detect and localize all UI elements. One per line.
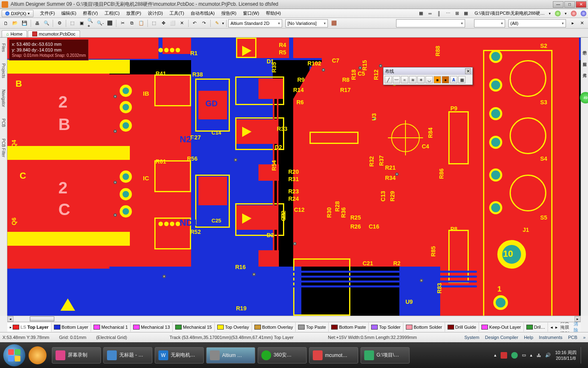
route-via-tool[interactable]: ● xyxy=(442,76,449,83)
tray-volume-icon[interactable]: 🔊 xyxy=(545,352,551,358)
zoom-in-button[interactable]: 🔍+ xyxy=(87,20,95,27)
statuslink-system[interactable]: System xyxy=(464,335,479,340)
filter-combo-2[interactable] xyxy=(474,19,505,27)
task-altium[interactable]: Altium … xyxy=(206,347,255,364)
maximize-button[interactable]: □ xyxy=(564,1,575,8)
menu-autoroute[interactable]: 自动布线(A) xyxy=(187,10,218,16)
zoom-out-button[interactable]: 🔍- xyxy=(96,20,105,27)
layer-mech13[interactable]: Mechanical 13 xyxy=(131,323,173,332)
route-text-tool[interactable]: A xyxy=(450,76,457,83)
layer-botpaste[interactable]: Bottom Paste xyxy=(329,323,369,332)
status-ball-2[interactable] xyxy=(571,11,577,16)
new-button[interactable]: 🗋 xyxy=(2,20,10,27)
righttab-libraries[interactable]: 元件库 xyxy=(581,69,588,72)
statuslink-help[interactable]: Help xyxy=(524,335,533,340)
layer-drillguide[interactable]: Drill Guide xyxy=(445,323,479,332)
menu-project[interactable]: 工程(C) xyxy=(101,10,123,16)
menu-view[interactable]: 察看(V) xyxy=(80,10,101,16)
cut-button[interactable]: ✂ xyxy=(119,20,127,27)
select-button[interactable]: ⬚ xyxy=(150,20,158,27)
route-component-tool[interactable]: ▦ xyxy=(458,76,466,83)
route-fanout-tool[interactable]: ✳ xyxy=(417,76,425,83)
menu-design[interactable]: 设计(D) xyxy=(145,10,166,16)
filter-clear[interactable]: ✕ xyxy=(578,20,586,27)
paste-button[interactable]: 📋 xyxy=(137,20,145,27)
menu-file[interactable]: 文件(F) xyxy=(37,10,58,16)
tab-document[interactable]: mcumotor.PcbDoc xyxy=(28,30,80,37)
menu-place[interactable]: 放置(P) xyxy=(123,10,145,16)
preview-button[interactable]: 🔍 xyxy=(43,20,51,27)
clear-button[interactable]: ✕ xyxy=(178,20,186,27)
lefttab-navigator[interactable]: Navigator xyxy=(1,88,6,109)
highlight-button[interactable]: ✎ xyxy=(213,20,221,27)
align-v-tool[interactable]: ║ xyxy=(435,10,443,17)
zoom-area-button[interactable]: ⬚ xyxy=(69,20,76,27)
view-mode-combo[interactable]: Altium Standard 2D xyxy=(228,19,282,27)
tray-app1-icon[interactable] xyxy=(501,352,507,359)
hscroll-left[interactable]: ◂ xyxy=(7,316,13,322)
lefttab-pcbfilter[interactable]: PCB Filter xyxy=(1,137,6,159)
tray-network-icon[interactable]: 🖧 xyxy=(537,353,541,358)
save-button[interactable]: 💾 xyxy=(20,20,28,27)
zoom-fit-button[interactable]: ▣ xyxy=(78,20,85,27)
redo-button[interactable]: ↷ xyxy=(200,20,208,27)
status-ball-3[interactable] xyxy=(581,11,586,16)
route-diff-tool[interactable]: ≈ xyxy=(401,76,408,83)
canvas-hscroll[interactable]: ◂ ▸ xyxy=(7,316,581,322)
spacing-tool[interactable]: ⊞ xyxy=(453,10,461,17)
copy-button[interactable]: ⧉ xyxy=(128,20,136,27)
route-multi-tool[interactable]: ≋ xyxy=(409,76,416,83)
tray-flag-icon[interactable]: ▴ xyxy=(530,352,532,358)
statuslink-designcompiler[interactable]: Design Compiler xyxy=(485,335,518,340)
menu-window[interactable]: 窗口(W) xyxy=(240,10,263,16)
close-button[interactable]: ✕ xyxy=(576,1,586,8)
tab-home[interactable]: ⌂Home xyxy=(2,30,27,37)
zoom-sel-button[interactable]: ⬛ xyxy=(106,20,114,27)
tray-clock[interactable]: 10:16 周四 2018/11/8 xyxy=(555,350,577,361)
route-interactive-tool[interactable]: 〰 xyxy=(393,76,400,83)
layer-toppaste[interactable]: Top Paste xyxy=(296,323,329,332)
align-h-tool[interactable]: ═ xyxy=(426,10,434,17)
layer-mech15[interactable]: Mechanical 15 xyxy=(173,323,215,332)
lefttab-projects[interactable]: Projects xyxy=(1,62,6,80)
move-button[interactable]: ✥ xyxy=(160,20,167,27)
layer-bottom[interactable]: Bottom Layer xyxy=(51,323,91,332)
task-360[interactable]: 360安… xyxy=(258,347,307,364)
tray-app2-icon[interactable] xyxy=(511,352,518,359)
lefttab-pcb[interactable]: PCB xyxy=(1,117,6,129)
dxp-menu[interactable]: DXP(X) ▾ xyxy=(2,10,33,17)
statuslink-more[interactable]: » xyxy=(583,335,586,340)
menu-edit[interactable]: 编辑(E) xyxy=(58,10,80,16)
menu-reports[interactable]: 报告(R) xyxy=(218,10,240,16)
menu-help[interactable]: 帮助(H) xyxy=(263,10,284,16)
open-button[interactable]: 📂 xyxy=(11,20,19,27)
route-track-tool[interactable]: ╱ xyxy=(385,76,392,83)
task-word[interactable]: W无刷电机… xyxy=(155,347,204,364)
routing-toolbar-header[interactable]: 布线 ✕ xyxy=(383,67,472,75)
layer-botsolder[interactable]: Bottom Solder xyxy=(403,323,445,332)
variations-combo[interactable]: [No Variations] xyxy=(285,19,328,27)
status-ball-1[interactable] xyxy=(555,11,561,16)
undo-button[interactable]: ↶ xyxy=(191,20,199,27)
task-untitled[interactable]: 无标题 - … xyxy=(103,347,152,364)
compile-button[interactable]: ⚙ xyxy=(56,20,63,27)
layer-topoverlay[interactable]: Top Overlay xyxy=(215,323,252,332)
board-icon[interactable]: 🟫 xyxy=(330,20,338,27)
routing-toolbar-close[interactable]: ✕ xyxy=(465,68,471,74)
hscroll-thumb[interactable] xyxy=(30,316,54,321)
routing-toolbar[interactable]: 布线 ✕ ╱ 〰 ≈ ≋ ✳ ◡ ■ ● A ▦ xyxy=(383,67,473,85)
hscroll-right[interactable]: ▸ xyxy=(575,316,581,322)
task-screenrec[interactable]: 屏幕录制 xyxy=(52,347,101,364)
deselect-button[interactable]: ⬜ xyxy=(169,20,176,27)
filter-all-combo[interactable]: (All) xyxy=(508,19,566,27)
tray-up-icon[interactable]: ▴ xyxy=(494,352,497,358)
tray-lang-icon[interactable]: ▭ xyxy=(522,352,526,358)
statuslink-instruments[interactable]: Instruments xyxy=(539,335,562,340)
start-button[interactable] xyxy=(3,344,25,366)
layer-nav-next[interactable]: ▸ xyxy=(555,325,558,330)
layer-nav-prev[interactable]: ◂ xyxy=(550,325,553,330)
lefttab-files[interactable]: Files xyxy=(1,42,6,54)
snap-mask-label[interactable]: 捕捉 掩膜级别 xyxy=(560,322,571,332)
minimize-button[interactable]: — xyxy=(553,1,564,8)
layer-mech1[interactable]: Mechanical 1 xyxy=(91,323,131,332)
